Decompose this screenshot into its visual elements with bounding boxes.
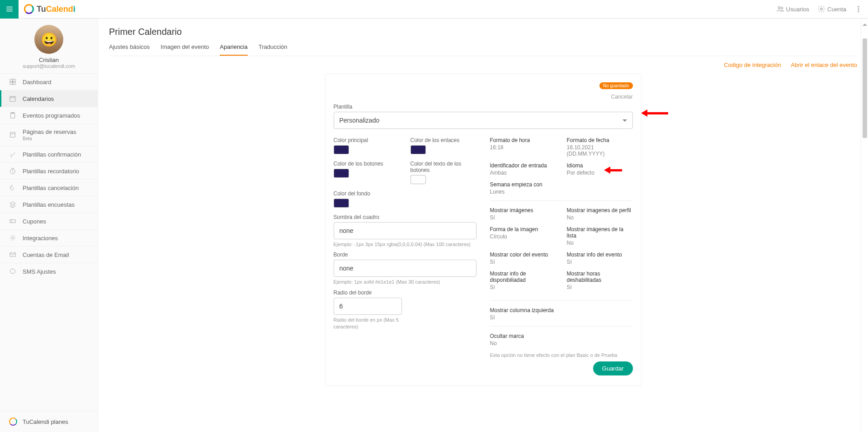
brand-text: TuCalendi — [37, 5, 75, 14]
nav-calendarios[interactable]: Calendarios — [0, 90, 98, 107]
save-button[interactable]: Guardar — [593, 361, 633, 375]
mostrar-info-evento[interactable]: Mostrar info del eventoSí — [567, 252, 633, 265]
color-texto-botones-swatch[interactable] — [410, 175, 426, 184]
nav-plantillas-cancelacion[interactable]: Plantillas cancelación — [0, 179, 98, 196]
chat-icon — [9, 268, 16, 275]
svg-point-16 — [12, 237, 14, 239]
appearance-panel: No guardado Cancelar Plantilla Personali… — [325, 74, 642, 386]
formato-fecha[interactable]: Formato de fecha16.10.2021 (DD.MM.YYYY) — [567, 137, 633, 157]
svg-point-5 — [858, 11, 859, 12]
ticket-icon — [9, 218, 16, 225]
chevron-down-icon — [623, 119, 627, 122]
page-title: Primer Calendario — [109, 27, 857, 37]
svg-point-1 — [781, 7, 783, 9]
radio-input[interactable] — [334, 298, 402, 315]
more-vertical-icon — [854, 5, 863, 13]
page-icon — [9, 131, 16, 138]
cancel-icon — [9, 184, 16, 191]
topbar: TuCalendi Usuarios Cuenta — [0, 0, 868, 19]
cancel-button[interactable]: Cancelar — [611, 94, 632, 100]
sidebar: 😀 Cristian support@tucalendi.com Dashboa… — [0, 19, 98, 432]
logo-icon — [9, 418, 17, 426]
hamburger-icon — [5, 5, 14, 13]
identificador-entrada[interactable]: Identificador de entradaAmbas — [490, 162, 556, 176]
nav-plantillas-encuestas[interactable]: Plantillas encuestas — [0, 196, 98, 213]
svg-rect-8 — [10, 82, 12, 85]
tab-apariencia[interactable]: Apariencia — [220, 43, 247, 56]
logo-icon — [24, 4, 34, 14]
mostrar-lista[interactable]: Mostrar imágenes de la listaNo — [567, 226, 633, 246]
color-enlaces-swatch[interactable] — [410, 145, 426, 154]
svg-rect-10 — [10, 96, 15, 101]
check-icon — [9, 151, 16, 158]
svg-rect-13 — [10, 133, 15, 138]
plantilla-label: Plantilla — [334, 104, 633, 110]
formato-hora[interactable]: Formato de hora16:18 — [490, 137, 556, 157]
mostrar-columna-izq[interactable]: Mostrar columna izquierdaSí — [490, 307, 633, 321]
tab-traduccion[interactable]: Traducción — [259, 43, 288, 56]
link-abrir[interactable]: Abrir el enlace del evento — [791, 62, 857, 68]
svg-rect-7 — [13, 79, 15, 81]
nav-dashboard[interactable]: Dashboard — [0, 73, 98, 90]
borde-input[interactable] — [334, 260, 476, 277]
brand-logo[interactable]: TuCalendi — [24, 4, 75, 14]
tab-imagen[interactable]: Imagen del evento — [160, 43, 209, 56]
mostrar-imagenes[interactable]: Mostrar imágenesSí — [490, 207, 556, 221]
avatar[interactable]: 😀 — [34, 25, 63, 54]
profile-email: support@tucalendi.com — [0, 63, 98, 69]
svg-rect-17 — [10, 253, 15, 256]
mail-icon — [9, 251, 16, 258]
link-codigo[interactable]: Codigo de integración — [724, 62, 781, 68]
svg-point-2 — [821, 8, 823, 10]
more-menu[interactable] — [854, 5, 863, 13]
clipboard-icon — [9, 112, 16, 119]
usuarios-link[interactable]: Usuarios — [776, 5, 809, 13]
layers-icon — [9, 201, 16, 208]
tab-ajustes[interactable]: Ajustes básicos — [109, 43, 150, 56]
color-botones-swatch[interactable] — [334, 169, 349, 178]
linkbar: Codigo de integración Abrir el enlace de… — [98, 56, 868, 74]
profile: 😀 Cristian support@tucalendi.com — [0, 19, 98, 73]
idioma[interactable]: IdiomaPor defecto — [567, 162, 633, 176]
nav-eventos[interactable]: Eventos programados — [0, 107, 98, 123]
menu-toggle[interactable] — [0, 0, 19, 19]
calendar-icon — [9, 95, 16, 102]
color-fondo-swatch[interactable] — [334, 199, 349, 208]
gear-icon — [9, 234, 16, 242]
svg-rect-9 — [13, 82, 15, 85]
clock-icon — [9, 167, 16, 175]
content: Primer Calendario Ajustes básicos Imagen… — [98, 19, 868, 432]
forma-imagen[interactable]: Forma de la imagenCírculo — [490, 226, 556, 246]
svg-point-3 — [858, 6, 859, 7]
nav-email[interactable]: Cuentas de Email — [0, 246, 98, 263]
svg-rect-6 — [10, 79, 12, 81]
nav-plantillas-recordatorio[interactable]: Plantillas recordatorio — [0, 162, 98, 179]
gear-icon — [817, 5, 826, 13]
svg-point-4 — [858, 9, 859, 9]
scrollbar[interactable] — [861, 19, 868, 432]
nav-planes[interactable]: TuCalendi planes — [0, 411, 98, 432]
unsaved-badge: No guardado — [599, 82, 633, 89]
plantilla-select[interactable]: Personalizado — [334, 112, 633, 129]
dashboard-icon — [9, 78, 16, 85]
nav-paginas[interactable]: Páginas de reservasBeta — [0, 123, 98, 146]
mostrar-perfil[interactable]: Mostrar imagenes de perfilNo — [567, 207, 633, 221]
nav-sms[interactable]: SMS Ajustes — [0, 263, 98, 280]
sombra-input[interactable] — [334, 222, 476, 239]
mostrar-color-evento[interactable]: Mostrar color del eventoSí — [490, 252, 556, 265]
nav-cupones[interactable]: Cupones — [0, 213, 98, 229]
users-icon — [776, 5, 784, 13]
mostrar-disponibilidad[interactable]: Mostrar info de disponibiliadadSí — [490, 271, 556, 290]
tabs: Ajustes básicos Imagen del evento Aparie… — [109, 43, 857, 56]
svg-rect-15 — [10, 220, 15, 223]
color-principal-swatch[interactable] — [334, 145, 349, 154]
nav-integraciones[interactable]: Integraciones — [0, 229, 98, 246]
profile-name: Cristian — [0, 57, 98, 63]
svg-point-0 — [778, 7, 780, 9]
annotation-arrow-plantilla — [641, 109, 668, 117]
ocultar-marca[interactable]: Ocultar marcaNo — [490, 333, 633, 347]
semana-empieza[interactable]: Semana empieza conLunes — [490, 181, 633, 195]
mostrar-horas-deshab[interactable]: Mostrar horas deshabilitadasSí — [567, 271, 633, 290]
cuenta-link[interactable]: Cuenta — [817, 5, 846, 13]
nav-plantillas-confirmacion[interactable]: Plantillas confirmación — [0, 146, 98, 162]
